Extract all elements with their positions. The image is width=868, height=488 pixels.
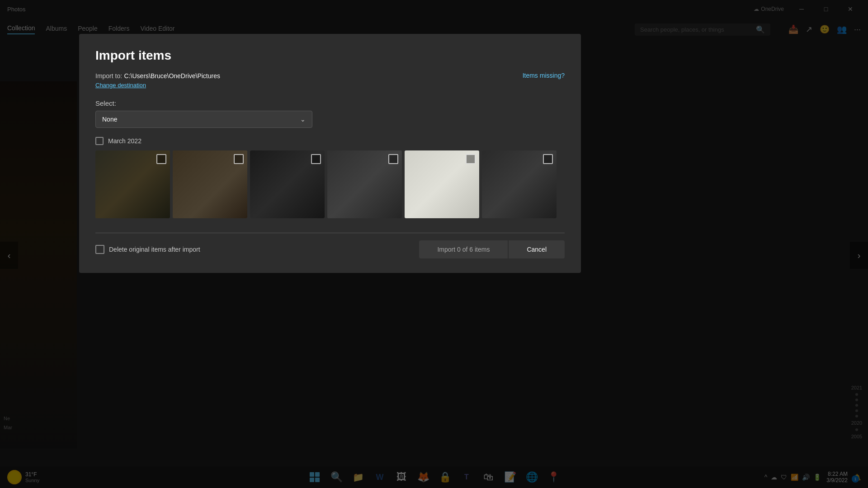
import-to-label: Import to: [95, 72, 122, 80]
month-label: March 2022 [108, 137, 142, 145]
photo-thumb-2[interactable] [173, 150, 247, 218]
delete-original-row: Delete original items after import [95, 245, 419, 254]
photo-thumb-1[interactable] [95, 150, 170, 218]
month-group: March 2022 [95, 137, 565, 218]
footer-buttons: Import 0 of 6 items Cancel [419, 240, 565, 258]
delete-label: Delete original items after import [109, 246, 200, 253]
change-destination-link[interactable]: Change destination [95, 82, 565, 89]
month-header: March 2022 [95, 137, 565, 145]
photo-checkbox-3[interactable] [311, 154, 321, 164]
cancel-button[interactable]: Cancel [509, 240, 565, 258]
photo-checkbox-2[interactable] [234, 154, 244, 164]
photo-checkbox-5[interactable] [466, 154, 476, 164]
photo-thumb-3[interactable] [250, 150, 325, 218]
divider [95, 233, 565, 233]
delete-checkbox[interactable] [95, 245, 104, 254]
select-dropdown[interactable]: None ⌄ [95, 111, 312, 128]
select-value: None [102, 116, 117, 123]
photos-grid [95, 150, 565, 218]
select-label: Select: [95, 99, 565, 107]
photo-thumb-6[interactable] [482, 150, 557, 218]
import-path: C:\Users\Bruce\OneDrive\Pictures [124, 72, 220, 80]
photo-checkbox-1[interactable] [156, 154, 166, 164]
import-button[interactable]: Import 0 of 6 items [419, 240, 508, 258]
photo-thumb-4[interactable] [327, 150, 402, 218]
import-destination-row: Import to: C:\Users\Bruce\OneDrive\Pictu… [95, 72, 565, 80]
import-dest-info: Import to: C:\Users\Bruce\OneDrive\Pictu… [95, 72, 220, 80]
import-dialog: Import items Import to: C:\Users\Bruce\O… [79, 34, 581, 273]
photo-thumb-5[interactable] [405, 150, 479, 218]
month-checkbox[interactable] [95, 137, 104, 145]
chevron-down-icon: ⌄ [300, 116, 306, 123]
dialog-footer: Delete original items after import Impor… [95, 240, 565, 258]
photo-checkbox-6[interactable] [543, 154, 553, 164]
items-missing-link[interactable]: Items missing? [523, 72, 565, 79]
dialog-title: Import items [95, 48, 565, 63]
photo-checkbox-4[interactable] [388, 154, 398, 164]
